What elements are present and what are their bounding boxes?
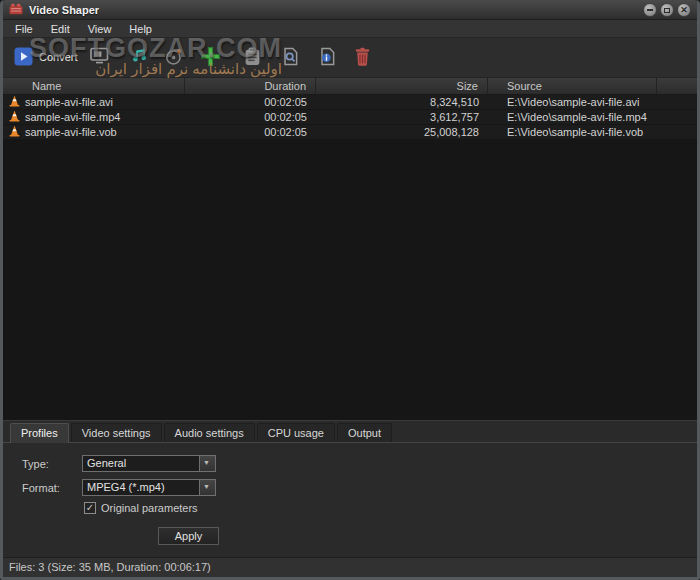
chevron-down-icon[interactable] (199, 456, 215, 471)
minimize-button[interactable] (643, 3, 657, 17)
vlc-cone-icon (9, 95, 20, 109)
window-title: Video Shaper (29, 4, 99, 16)
file-source: E:\Video\sample-avi-file.mp4 (488, 111, 657, 123)
format-select[interactable]: MPEG4 (*.mp4) (82, 479, 216, 496)
file-duration: 00:02:05 (185, 96, 316, 108)
preview-button[interactable] (282, 47, 299, 66)
maximize-button[interactable] (660, 3, 674, 17)
status-bar: Files: 3 (Size: 35 MB, Duration: 00:06:1… (3, 557, 697, 577)
menu-bar: File Edit View Help (3, 20, 697, 38)
tab-audio-settings[interactable]: Audio settings (164, 423, 255, 442)
convert-button[interactable]: Convert (14, 47, 78, 66)
original-parameters-label: Original parameters (101, 502, 198, 514)
tab-profiles[interactable]: Profiles (10, 423, 69, 443)
maximize-icon (664, 8, 670, 13)
file-list-header: Name Duration Size Source (3, 78, 697, 95)
delete-icon (355, 47, 370, 66)
add-disc-icon (165, 47, 184, 66)
file-list: sample-avi-file.avi 00:02:05 8,324,510 E… (3, 95, 697, 420)
minimize-icon (647, 9, 653, 11)
paste-button[interactable] (244, 47, 261, 66)
table-row[interactable]: sample-avi-file.mp4 00:02:05 3,612,757 E… (3, 110, 697, 125)
delete-button[interactable] (355, 47, 370, 66)
apply-button[interactable]: Apply (158, 527, 219, 545)
add-audio-button[interactable] (130, 47, 147, 64)
column-header-source[interactable]: Source (488, 78, 657, 94)
format-label: Format: (22, 482, 60, 494)
column-header-duration[interactable]: Duration (185, 78, 316, 94)
type-select[interactable]: General (82, 455, 216, 472)
vlc-cone-icon (9, 110, 20, 124)
file-source: E:\Video\sample-avi-file.avi (488, 96, 657, 108)
convert-icon (14, 47, 33, 66)
add-audio-icon (130, 47, 147, 64)
tab-output[interactable]: Output (337, 423, 392, 442)
app-icon (9, 1, 23, 19)
file-duration: 00:02:05 (185, 126, 316, 138)
column-header-name[interactable]: Name (3, 78, 185, 94)
file-size: 8,324,510 (316, 96, 488, 108)
column-header-spacer (657, 78, 697, 94)
menu-edit[interactable]: Edit (42, 21, 79, 37)
file-name: sample-avi-file.vob (25, 126, 117, 138)
file-source: E:\Video\sample-avi-file.vob (488, 126, 657, 138)
add-files-button[interactable] (199, 45, 222, 68)
chevron-down-icon[interactable] (199, 480, 215, 495)
file-size: 3,612,757 (316, 111, 488, 123)
add-files-icon (199, 45, 222, 68)
toolbar: Convert (3, 38, 697, 78)
status-text: Files: 3 (Size: 35 MB, Duration: 00:06:1… (9, 561, 211, 573)
close-button[interactable]: ✕ (677, 3, 691, 17)
file-size: 25,008,128 (316, 126, 488, 138)
table-row[interactable]: sample-avi-file.vob 00:02:05 25,008,128 … (3, 125, 697, 140)
table-row[interactable]: sample-avi-file.avi 00:02:05 8,324,510 E… (3, 95, 697, 110)
add-video-button[interactable] (90, 47, 109, 64)
tab-video-settings[interactable]: Video settings (71, 423, 162, 442)
menu-file[interactable]: File (6, 21, 42, 37)
window-controls: ✕ (643, 3, 691, 17)
checkbox-checked-icon[interactable] (84, 502, 96, 514)
close-icon: ✕ (680, 6, 688, 15)
type-label: Type: (22, 458, 49, 470)
paste-icon (244, 47, 261, 66)
profiles-form: Type: General Format: MPEG4 (*.mp4) Orig… (3, 443, 697, 557)
tab-cpu-usage[interactable]: CPU usage (257, 423, 335, 442)
file-info-button[interactable] (319, 47, 336, 66)
convert-label: Convert (39, 51, 78, 63)
file-name: sample-avi-file.avi (25, 96, 113, 108)
file-duration: 00:02:05 (185, 111, 316, 123)
column-header-size[interactable]: Size (316, 78, 488, 94)
menu-help[interactable]: Help (120, 21, 161, 37)
settings-tabs: Profiles Video settings Audio settings C… (3, 421, 697, 443)
type-select-value: General (83, 456, 199, 471)
add-disc-button[interactable] (165, 47, 184, 66)
file-info-icon (319, 47, 336, 66)
file-name: sample-avi-file.mp4 (25, 111, 120, 123)
title-bar[interactable]: Video Shaper ✕ (3, 0, 697, 20)
preview-icon (282, 47, 299, 66)
settings-panel: Profiles Video settings Audio settings C… (3, 420, 697, 557)
menu-view[interactable]: View (79, 21, 121, 37)
vlc-cone-icon (9, 125, 20, 139)
original-parameters-option[interactable]: Original parameters (84, 502, 198, 514)
add-video-icon (90, 47, 109, 64)
app-window: Video Shaper ✕ File Edit View Help Conve… (0, 0, 700, 580)
format-select-value: MPEG4 (*.mp4) (83, 480, 199, 495)
